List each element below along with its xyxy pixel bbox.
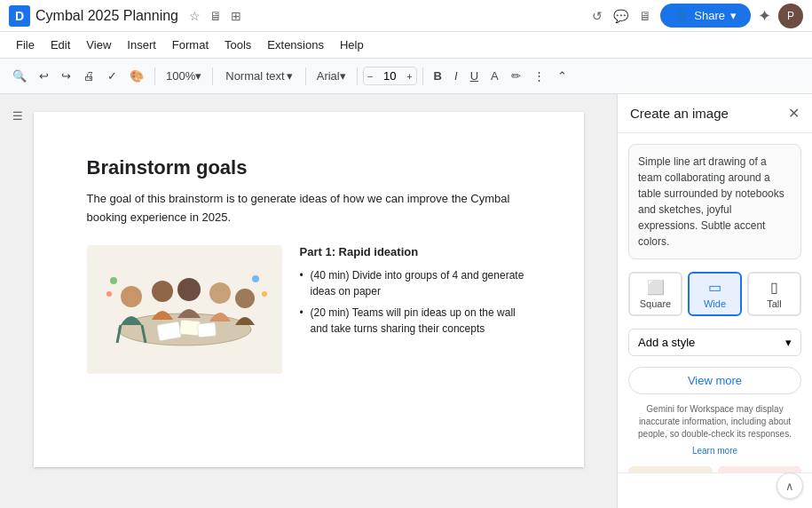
menu-tools[interactable]: Tools <box>217 35 258 55</box>
zoom-btn[interactable]: 100% ▾ <box>161 67 207 85</box>
shape-wide[interactable]: ▭ Wide <box>688 272 742 316</box>
spellcheck-btn[interactable]: ✓ <box>102 66 122 86</box>
menu-file[interactable]: File <box>9 35 42 55</box>
panel-header: Create an image ✕ <box>618 94 812 133</box>
font-size-decrease[interactable]: − <box>364 69 376 83</box>
learn-more-link[interactable]: Learn more <box>628 446 801 456</box>
search-toolbar-btn[interactable]: 🔍 <box>7 66 32 86</box>
scroll-to-top-button[interactable]: ∧ <box>777 472 803 499</box>
svg-point-7 <box>209 282 231 304</box>
document-heading: Brainstorm goals <box>87 156 531 179</box>
redo-btn[interactable]: ↪ <box>56 66 76 86</box>
menu-format[interactable]: Format <box>165 35 216 55</box>
svg-point-8 <box>235 289 255 308</box>
document-image[interactable] <box>87 245 282 374</box>
cloud-button[interactable]: 🖥 <box>208 7 224 25</box>
bold-button[interactable]: B <box>429 66 447 86</box>
share-icon: 👤 <box>674 9 689 22</box>
app-icon: D <box>9 5 30 27</box>
history-button[interactable]: ⊞ <box>229 7 243 25</box>
menu-edit[interactable]: Edit <box>43 35 77 55</box>
font-size-group: − + <box>363 67 417 85</box>
font-size-input[interactable] <box>376 67 403 84</box>
prompt-text[interactable]: Simple line art drawing of a team collab… <box>628 144 801 259</box>
star-button[interactable]: ☆ <box>187 7 202 25</box>
image-thumb-2[interactable] <box>718 466 802 472</box>
doc-list: (40 min) Divide into groups of 4 and gen… <box>300 267 531 337</box>
gemini-button[interactable]: ✦ <box>758 6 771 26</box>
font-select[interactable]: Arial ▾ <box>311 66 351 86</box>
svg-point-6 <box>177 278 201 301</box>
svg-point-13 <box>106 291 112 297</box>
title-right: ↺ 💬 🖥 👤 Share ▾ ✦ P <box>590 4 803 28</box>
menu-view[interactable]: View <box>79 35 118 55</box>
font-size-increase[interactable]: + <box>403 69 415 83</box>
list-item: (40 min) Divide into groups of 4 and gen… <box>300 267 531 299</box>
right-panel: Create an image ✕ Simple line art drawin… <box>617 94 812 508</box>
style-dropdown[interactable]: Add a style ▾ <box>628 329 801 356</box>
shape-selector: ⬜ Square ▭ Wide ▯ Tall <box>628 272 801 316</box>
document-content: Part 1: Rapid ideation (40 min) Divide i… <box>87 245 531 374</box>
screen-icon-btn[interactable]: 🖥 <box>637 7 653 25</box>
list-item: (20 min) Teams will pin ideas up on the … <box>300 305 531 337</box>
menu-insert[interactable]: Insert <box>120 35 163 55</box>
style-dropdown-label: Add a style <box>638 336 695 349</box>
document-body: The goal of this brainstorm is to genera… <box>87 190 531 227</box>
shape-tall[interactable]: ▯ Tall <box>747 272 801 316</box>
font-color-btn[interactable]: A <box>485 66 504 86</box>
section-title: Part 1: Rapid ideation <box>300 245 531 258</box>
scroll-up-icon: ∧ <box>785 480 794 493</box>
underline-button[interactable]: U <box>465 66 484 86</box>
tall-label: Tall <box>767 298 782 309</box>
comment-icon-btn[interactable]: 💬 <box>611 7 630 25</box>
menu-bar: File Edit View Insert Format Tools Exten… <box>0 32 812 59</box>
share-button[interactable]: 👤 Share ▾ <box>660 4 751 28</box>
text-style-select[interactable]: Normal text ▾ <box>218 66 299 86</box>
history-icon-btn[interactable]: ↺ <box>590 7 604 25</box>
square-label: Square <box>640 298 671 309</box>
panel-close-button[interactable]: ✕ <box>788 105 800 122</box>
svg-rect-10 <box>179 320 200 336</box>
document-page: Brainstorm goals The goal of this brains… <box>34 112 584 467</box>
menu-help[interactable]: Help <box>333 35 371 55</box>
toolbar: 🔍 ↩ ↪ 🖨 ✓ 🎨 100% ▾ Normal text ▾ Arial ▾… <box>0 59 812 94</box>
disclaimer-text: Gemini for Workspace may display inaccur… <box>628 403 801 441</box>
menu-extensions[interactable]: Extensions <box>260 35 331 55</box>
panel-body: Simple line art drawing of a team collab… <box>618 133 812 472</box>
document-area: ☰ Brainstorm goals The goal of this brai… <box>0 94 617 508</box>
divider-4 <box>357 67 358 85</box>
avatar[interactable]: P <box>778 4 803 28</box>
italic-button[interactable]: I <box>449 66 463 86</box>
panel-title: Create an image <box>630 106 729 121</box>
wide-label: Wide <box>704 298 726 309</box>
more-toolbar-btn[interactable]: ⋮ <box>528 66 550 86</box>
divider-3 <box>305 67 306 85</box>
collapse-toolbar-btn[interactable]: ⌃ <box>552 66 572 86</box>
undo-btn[interactable]: ↩ <box>34 66 54 86</box>
svg-point-15 <box>262 291 267 297</box>
doc-text-section: Part 1: Rapid ideation (40 min) Divide i… <box>300 245 531 374</box>
divider-1 <box>154 67 155 85</box>
share-label: Share <box>694 9 725 22</box>
square-icon: ⬜ <box>647 279 665 296</box>
share-chevron: ▾ <box>730 9 737 22</box>
sidebar-toggle[interactable]: ☰ <box>7 105 28 126</box>
title-bar: D Cymbal 2025 Planning ☆ 🖥 ⊞ ↺ 💬 🖥 👤 Sha… <box>0 0 812 32</box>
image-thumb-1[interactable] <box>628 466 713 472</box>
tall-icon: ▯ <box>770 279 778 296</box>
divider-2 <box>212 67 213 85</box>
paint-format-btn[interactable]: 🎨 <box>124 66 149 86</box>
svg-rect-16 <box>628 466 713 472</box>
svg-point-2 <box>121 286 142 307</box>
svg-rect-11 <box>197 322 216 337</box>
team-svg <box>87 245 282 374</box>
wide-icon: ▭ <box>708 279 721 296</box>
svg-point-12 <box>110 277 117 284</box>
shape-square[interactable]: ⬜ Square <box>628 272 682 316</box>
document-title: Cymbal 2025 Planning <box>35 8 178 24</box>
view-more-button[interactable]: View more <box>628 367 801 394</box>
print-btn[interactable]: 🖨 <box>78 66 100 86</box>
svg-point-5 <box>152 281 173 302</box>
svg-rect-0 <box>87 245 282 374</box>
highlight-btn[interactable]: ✏ <box>506 66 526 86</box>
